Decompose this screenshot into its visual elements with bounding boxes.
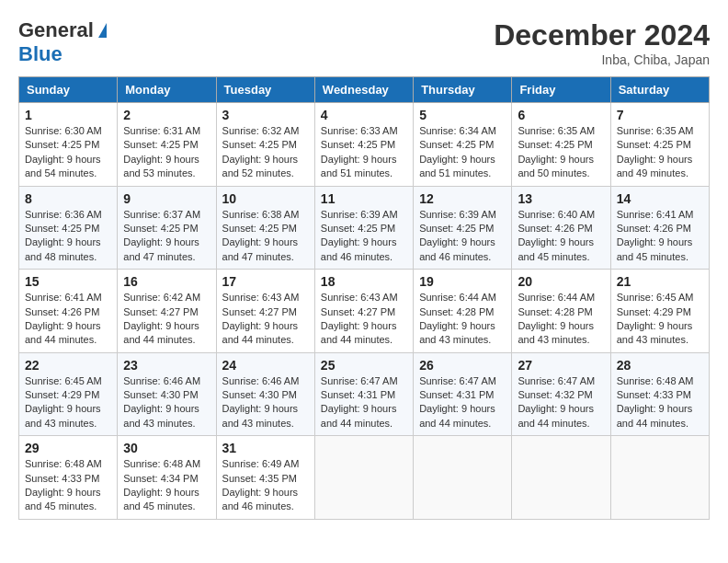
- calendar-table: SundayMondayTuesdayWednesdayThursdayFrid…: [18, 76, 710, 520]
- calendar-day-cell: 10Sunrise: 6:38 AMSunset: 4:25 PMDayligh…: [216, 186, 314, 270]
- day-info: Sunrise: 6:43 AMSunset: 4:27 PMDaylight:…: [222, 291, 309, 348]
- weekday-header-cell: Thursday: [414, 77, 512, 103]
- weekday-header-cell: Monday: [118, 77, 216, 103]
- day-number: 11: [321, 191, 407, 206]
- calendar-day-cell: 5Sunrise: 6:34 AMSunset: 4:25 PMDaylight…: [414, 103, 512, 187]
- logo-blue-text: Blue: [18, 42, 63, 65]
- day-info: Sunrise: 6:41 AMSunset: 4:26 PMDaylight:…: [25, 291, 111, 348]
- day-number: 14: [617, 191, 703, 206]
- calendar-body: 1Sunrise: 6:30 AMSunset: 4:25 PMDaylight…: [19, 103, 710, 520]
- day-info: Sunrise: 6:48 AMSunset: 4:33 PMDaylight:…: [617, 374, 703, 431]
- day-info: Sunrise: 6:39 AMSunset: 4:25 PMDaylight:…: [321, 208, 407, 265]
- day-number: 25: [321, 358, 407, 373]
- day-info: Sunrise: 6:46 AMSunset: 4:30 PMDaylight:…: [222, 374, 309, 431]
- weekday-header-cell: Friday: [512, 77, 610, 103]
- calendar-day-cell: [314, 436, 413, 520]
- day-info: Sunrise: 6:35 AMSunset: 4:25 PMDaylight:…: [617, 124, 703, 181]
- weekday-header-cell: Sunday: [19, 77, 118, 103]
- weekday-header-cell: Wednesday: [314, 77, 413, 103]
- day-number: 17: [222, 274, 309, 289]
- calendar-day-cell: 3Sunrise: 6:32 AMSunset: 4:25 PMDaylight…: [216, 103, 314, 187]
- calendar-day-cell: [414, 436, 512, 520]
- day-number: 12: [419, 191, 506, 206]
- calendar-day-cell: 25Sunrise: 6:47 AMSunset: 4:31 PMDayligh…: [314, 352, 413, 436]
- day-info: Sunrise: 6:40 AMSunset: 4:26 PMDaylight:…: [518, 208, 604, 265]
- day-info: Sunrise: 6:44 AMSunset: 4:28 PMDaylight:…: [419, 291, 506, 348]
- day-info: Sunrise: 6:35 AMSunset: 4:25 PMDaylight:…: [518, 124, 604, 181]
- calendar-day-cell: 21Sunrise: 6:45 AMSunset: 4:29 PMDayligh…: [610, 270, 709, 353]
- day-info: Sunrise: 6:34 AMSunset: 4:25 PMDaylight:…: [419, 124, 506, 181]
- calendar-day-cell: 1Sunrise: 6:30 AMSunset: 4:25 PMDaylight…: [19, 103, 118, 187]
- page-header: General Blue December 2024 Inba, Chiba, …: [18, 18, 710, 67]
- weekday-header-row: SundayMondayTuesdayWednesdayThursdayFrid…: [19, 77, 710, 103]
- day-number: 8: [25, 191, 111, 206]
- day-info: Sunrise: 6:33 AMSunset: 4:25 PMDaylight:…: [321, 124, 407, 181]
- day-info: Sunrise: 6:30 AMSunset: 4:25 PMDaylight:…: [25, 124, 111, 181]
- calendar-day-cell: 13Sunrise: 6:40 AMSunset: 4:26 PMDayligh…: [512, 186, 610, 270]
- day-info: Sunrise: 6:39 AMSunset: 4:25 PMDaylight:…: [419, 208, 506, 265]
- calendar-day-cell: 17Sunrise: 6:43 AMSunset: 4:27 PMDayligh…: [216, 270, 314, 353]
- day-number: 7: [617, 108, 703, 122]
- weekday-header-cell: Tuesday: [216, 77, 314, 103]
- day-info: Sunrise: 6:45 AMSunset: 4:29 PMDaylight:…: [617, 291, 703, 348]
- day-number: 2: [123, 108, 210, 122]
- month-title: December 2024: [494, 18, 710, 52]
- calendar-week-row: 1Sunrise: 6:30 AMSunset: 4:25 PMDaylight…: [19, 103, 710, 187]
- calendar-day-cell: 28Sunrise: 6:48 AMSunset: 4:33 PMDayligh…: [610, 352, 709, 436]
- weekday-header-cell: Saturday: [610, 77, 709, 103]
- calendar-day-cell: 24Sunrise: 6:46 AMSunset: 4:30 PMDayligh…: [216, 352, 314, 436]
- day-number: 30: [123, 441, 210, 455]
- calendar-day-cell: 9Sunrise: 6:37 AMSunset: 4:25 PMDaylight…: [118, 186, 216, 270]
- title-section: December 2024 Inba, Chiba, Japan: [494, 18, 710, 67]
- day-info: Sunrise: 6:36 AMSunset: 4:25 PMDaylight:…: [25, 208, 111, 265]
- day-number: 6: [518, 108, 604, 122]
- day-number: 21: [617, 274, 703, 289]
- calendar-day-cell: [610, 436, 709, 520]
- day-info: Sunrise: 6:37 AMSunset: 4:25 PMDaylight:…: [123, 208, 210, 265]
- day-number: 31: [222, 441, 309, 455]
- calendar-week-row: 22Sunrise: 6:45 AMSunset: 4:29 PMDayligh…: [19, 352, 710, 436]
- day-info: Sunrise: 6:38 AMSunset: 4:25 PMDaylight:…: [222, 208, 309, 265]
- day-number: 5: [419, 108, 506, 122]
- day-number: 9: [123, 191, 210, 206]
- day-info: Sunrise: 6:31 AMSunset: 4:25 PMDaylight:…: [123, 124, 210, 181]
- day-number: 29: [25, 441, 111, 455]
- calendar-day-cell: 20Sunrise: 6:44 AMSunset: 4:28 PMDayligh…: [512, 270, 610, 353]
- day-number: 26: [419, 358, 506, 373]
- day-info: Sunrise: 6:32 AMSunset: 4:25 PMDaylight:…: [222, 124, 309, 181]
- calendar-day-cell: 11Sunrise: 6:39 AMSunset: 4:25 PMDayligh…: [314, 186, 413, 270]
- day-number: 19: [419, 274, 506, 289]
- location-title: Inba, Chiba, Japan: [494, 52, 710, 67]
- calendar-day-cell: 14Sunrise: 6:41 AMSunset: 4:26 PMDayligh…: [610, 186, 709, 270]
- logo-triangle-icon: [98, 23, 107, 38]
- day-number: 20: [518, 274, 604, 289]
- day-info: Sunrise: 6:41 AMSunset: 4:26 PMDaylight:…: [617, 208, 703, 265]
- calendar-week-row: 29Sunrise: 6:48 AMSunset: 4:33 PMDayligh…: [19, 436, 710, 520]
- day-number: 24: [222, 358, 309, 373]
- day-number: 3: [222, 108, 309, 122]
- day-info: Sunrise: 6:47 AMSunset: 4:31 PMDaylight:…: [321, 374, 407, 431]
- day-number: 28: [617, 358, 703, 373]
- day-info: Sunrise: 6:44 AMSunset: 4:28 PMDaylight:…: [518, 291, 604, 348]
- day-number: 10: [222, 191, 309, 206]
- day-number: 23: [123, 358, 210, 373]
- logo-general-text: General: [18, 18, 94, 42]
- day-number: 15: [25, 274, 111, 289]
- day-info: Sunrise: 6:47 AMSunset: 4:31 PMDaylight:…: [419, 374, 506, 431]
- calendar-day-cell: 22Sunrise: 6:45 AMSunset: 4:29 PMDayligh…: [19, 352, 118, 436]
- calendar-day-cell: 4Sunrise: 6:33 AMSunset: 4:25 PMDaylight…: [314, 103, 413, 187]
- day-number: 27: [518, 358, 604, 373]
- calendar-week-row: 15Sunrise: 6:41 AMSunset: 4:26 PMDayligh…: [19, 270, 710, 353]
- calendar-day-cell: [512, 436, 610, 520]
- calendar-day-cell: 16Sunrise: 6:42 AMSunset: 4:27 PMDayligh…: [118, 270, 216, 353]
- day-info: Sunrise: 6:48 AMSunset: 4:33 PMDaylight:…: [25, 457, 111, 514]
- day-info: Sunrise: 6:48 AMSunset: 4:34 PMDaylight:…: [123, 457, 210, 514]
- calendar-day-cell: 8Sunrise: 6:36 AMSunset: 4:25 PMDaylight…: [19, 186, 118, 270]
- calendar-day-cell: 2Sunrise: 6:31 AMSunset: 4:25 PMDaylight…: [118, 103, 216, 187]
- day-number: 22: [25, 358, 111, 373]
- calendar-day-cell: 26Sunrise: 6:47 AMSunset: 4:31 PMDayligh…: [414, 352, 512, 436]
- calendar-day-cell: 30Sunrise: 6:48 AMSunset: 4:34 PMDayligh…: [118, 436, 216, 520]
- day-info: Sunrise: 6:46 AMSunset: 4:30 PMDaylight:…: [123, 374, 210, 431]
- day-info: Sunrise: 6:43 AMSunset: 4:27 PMDaylight:…: [321, 291, 407, 348]
- day-number: 13: [518, 191, 604, 206]
